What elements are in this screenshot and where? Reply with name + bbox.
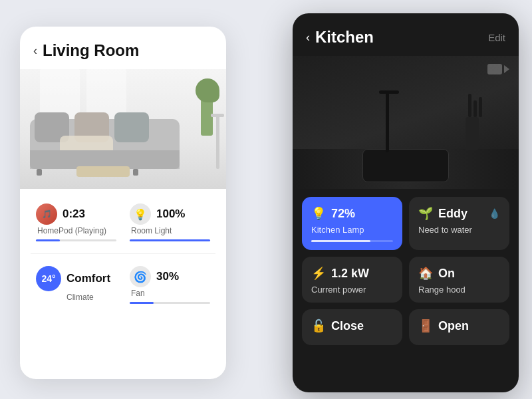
fan-value: 30% xyxy=(156,270,179,283)
lamp-icon: 💡 xyxy=(311,206,326,221)
door-value: Open xyxy=(438,319,469,333)
fan-icon: 🌀 xyxy=(130,266,151,287)
fan-device[interactable]: 🌀 30% Fan xyxy=(124,259,215,308)
kitchen-devices-grid: 💡 72% Kitchen Lamp 🌱 Eddy 💧 Need to wate… xyxy=(293,189,519,353)
climate-device[interactable]: 24° Comfort Climate xyxy=(31,259,122,308)
roomlight-progress-fill xyxy=(130,239,210,241)
eddy-label: Need to water xyxy=(418,225,500,235)
kitchen-lamp-device[interactable]: 💡 72% Kitchen Lamp xyxy=(302,197,402,250)
homepod-avatar: 🎵 xyxy=(36,203,57,225)
homepod-value: 0:23 xyxy=(63,207,85,221)
lock-icon: 🔓 xyxy=(311,319,326,333)
living-room-title: Living Room xyxy=(43,41,139,60)
fan-progress xyxy=(130,302,210,304)
eddy-value: Eddy xyxy=(438,207,467,221)
door-icon: 🚪 xyxy=(418,319,433,333)
kitchen-header: ‹ Kitchen Edit xyxy=(293,13,519,56)
lock-value: Close xyxy=(331,319,364,333)
roomlight-progress xyxy=(130,239,210,241)
homepod-progress xyxy=(36,239,116,241)
power-value: 1.2 kW xyxy=(331,267,369,281)
living-room-devices: 🎵 0:23 HomePod (Playing) 💡 100% Room Lig… xyxy=(20,189,226,253)
homepod-progress-fill xyxy=(36,239,60,241)
power-device[interactable]: ⚡ 1.2 kW Current power xyxy=(302,257,402,303)
rangehood-device[interactable]: 🏠 On Range hood xyxy=(409,257,509,303)
eddy-plant-device[interactable]: 🌱 Eddy 💧 Need to water xyxy=(409,197,509,250)
plant-icon: 🌱 xyxy=(418,206,433,221)
kitchen-title: Kitchen xyxy=(315,28,374,47)
rangehood-icon: 🏠 xyxy=(418,266,433,281)
kitchen-edit-button[interactable]: Edit xyxy=(488,32,505,43)
lamp-progress-fill xyxy=(311,240,370,242)
lamp-value: 72% xyxy=(331,207,355,221)
living-room-back-button[interactable]: ‹ xyxy=(33,44,37,58)
power-icon: ⚡ xyxy=(311,266,326,281)
temp-badge: 24° xyxy=(36,266,61,291)
roomlight-icon: 💡 xyxy=(130,203,151,225)
kitchen-image xyxy=(293,56,519,189)
living-room-card: ‹ Living Room xyxy=(20,27,226,379)
roomlight-label: Room Light xyxy=(130,226,210,235)
living-room-header: ‹ Living Room xyxy=(20,27,226,69)
comfort-value: Comfort xyxy=(66,272,110,285)
kitchen-back-button[interactable]: ‹ xyxy=(306,31,310,45)
homepod-device[interactable]: 🎵 0:23 HomePod (Playing) xyxy=(31,197,122,245)
lamp-label: Kitchen Lamp xyxy=(311,225,393,235)
living-room-image xyxy=(20,69,226,189)
climate-label: Climate xyxy=(36,293,116,302)
lock-device[interactable]: 🔓 Close xyxy=(302,309,402,345)
door-device[interactable]: 🚪 Open xyxy=(409,309,509,345)
fan-progress-fill xyxy=(130,302,154,304)
rangehood-label: Range hood xyxy=(418,285,500,295)
fan-label: Fan xyxy=(130,289,210,298)
climate-fan-row: 24° Comfort Climate 🌀 30% Fan xyxy=(20,254,226,316)
water-drops-icon: 💧 xyxy=(489,208,500,219)
roomlight-device[interactable]: 💡 100% Room Light xyxy=(124,197,215,245)
roomlight-value: 100% xyxy=(156,207,185,221)
rangehood-value: On xyxy=(438,267,455,281)
homepod-label: HomePod (Playing) xyxy=(36,226,116,235)
power-label: Current power xyxy=(311,285,393,295)
kitchen-card: ‹ Kitchen Edit 💡 72% xyxy=(293,13,519,392)
kitchen-header-left: ‹ Kitchen xyxy=(306,28,374,47)
kitchen-camera-icon[interactable] xyxy=(487,64,509,74)
lamp-progress xyxy=(311,240,393,242)
